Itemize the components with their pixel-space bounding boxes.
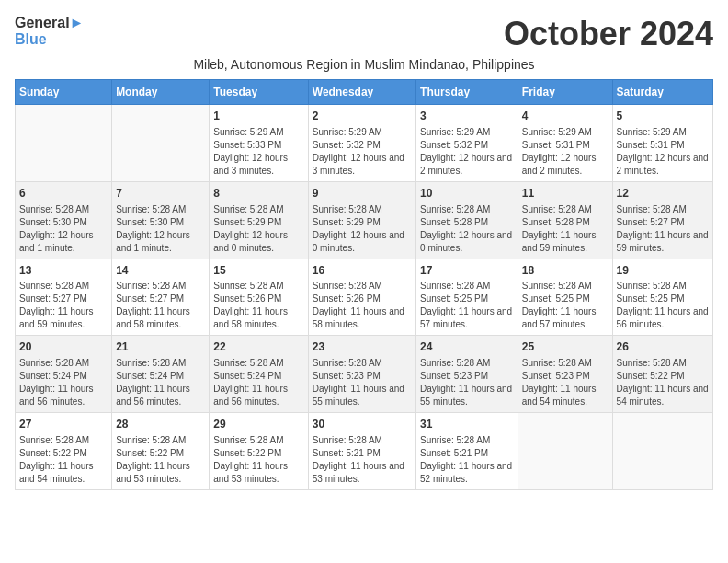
table-row (518, 413, 612, 490)
header-thursday: Thursday (416, 80, 518, 105)
day-number: 23 (313, 339, 412, 355)
day-info: Sunrise: 5:28 AM Sunset: 5:28 PM Dayligh… (420, 203, 514, 255)
table-row: 4Sunrise: 5:29 AM Sunset: 5:31 PM Daylig… (518, 105, 612, 182)
day-info: Sunrise: 5:28 AM Sunset: 5:26 PM Dayligh… (313, 280, 412, 331)
day-number: 27 (19, 417, 108, 432)
day-info: Sunrise: 5:29 AM Sunset: 5:31 PM Dayligh… (617, 126, 709, 178)
table-row: 29Sunrise: 5:28 AM Sunset: 5:22 PM Dayli… (210, 413, 308, 490)
header-friday: Friday (518, 80, 612, 105)
day-number: 2 (313, 109, 412, 124)
table-row: 8Sunrise: 5:28 AM Sunset: 5:29 PM Daylig… (210, 181, 308, 259)
day-info: Sunrise: 5:28 AM Sunset: 5:30 PM Dayligh… (19, 203, 108, 255)
table-row: 19Sunrise: 5:28 AM Sunset: 5:25 PM Dayli… (612, 259, 712, 336)
table-row: 9Sunrise: 5:28 AM Sunset: 5:29 PM Daylig… (308, 181, 415, 259)
day-number: 13 (19, 263, 108, 279)
table-row (612, 413, 712, 490)
day-number: 24 (420, 339, 514, 355)
day-number: 26 (617, 339, 709, 355)
day-info: Sunrise: 5:28 AM Sunset: 5:21 PM Dayligh… (313, 434, 412, 486)
day-info: Sunrise: 5:28 AM Sunset: 5:26 PM Dayligh… (213, 280, 303, 331)
day-info: Sunrise: 5:28 AM Sunset: 5:25 PM Dayligh… (617, 280, 709, 331)
header-saturday: Saturday (612, 80, 712, 105)
table-row: 20Sunrise: 5:28 AM Sunset: 5:24 PM Dayli… (16, 336, 112, 413)
page-header: General► Blue October 2024 (15, 15, 713, 53)
table-row: 5Sunrise: 5:29 AM Sunset: 5:31 PM Daylig… (612, 105, 712, 182)
day-number: 29 (213, 417, 303, 432)
table-row: 13Sunrise: 5:28 AM Sunset: 5:27 PM Dayli… (16, 259, 112, 336)
header-tuesday: Tuesday (210, 80, 308, 105)
header-monday: Monday (112, 80, 210, 105)
calendar-week-row: 27Sunrise: 5:28 AM Sunset: 5:22 PM Dayli… (16, 413, 713, 490)
day-number: 4 (522, 109, 609, 124)
calendar-week-row: 20Sunrise: 5:28 AM Sunset: 5:24 PM Dayli… (16, 336, 713, 413)
table-row: 22Sunrise: 5:28 AM Sunset: 5:24 PM Dayli… (210, 336, 308, 413)
table-row: 25Sunrise: 5:28 AM Sunset: 5:23 PM Dayli… (518, 336, 612, 413)
day-info: Sunrise: 5:29 AM Sunset: 5:32 PM Dayligh… (313, 126, 412, 178)
day-number: 21 (116, 339, 205, 355)
table-row: 31Sunrise: 5:28 AM Sunset: 5:21 PM Dayli… (416, 413, 518, 490)
logo-text: General► (15, 15, 84, 31)
calendar-week-row: 1Sunrise: 5:29 AM Sunset: 5:33 PM Daylig… (16, 105, 713, 182)
table-row: 27Sunrise: 5:28 AM Sunset: 5:22 PM Dayli… (16, 413, 112, 490)
day-info: Sunrise: 5:28 AM Sunset: 5:23 PM Dayligh… (420, 357, 514, 408)
day-number: 14 (116, 263, 205, 279)
table-row (16, 105, 112, 182)
day-info: Sunrise: 5:28 AM Sunset: 5:23 PM Dayligh… (313, 357, 412, 408)
day-number: 31 (420, 417, 514, 432)
table-row: 23Sunrise: 5:28 AM Sunset: 5:23 PM Dayli… (308, 336, 415, 413)
table-row: 21Sunrise: 5:28 AM Sunset: 5:24 PM Dayli… (112, 336, 210, 413)
day-number: 25 (522, 339, 609, 355)
day-info: Sunrise: 5:28 AM Sunset: 5:24 PM Dayligh… (213, 357, 303, 408)
day-number: 12 (617, 186, 709, 201)
table-row: 15Sunrise: 5:28 AM Sunset: 5:26 PM Dayli… (210, 259, 308, 336)
day-number: 17 (420, 263, 514, 279)
table-row: 11Sunrise: 5:28 AM Sunset: 5:28 PM Dayli… (518, 181, 612, 259)
calendar-header-row: Sunday Monday Tuesday Wednesday Thursday… (16, 80, 713, 105)
calendar-table: Sunday Monday Tuesday Wednesday Thursday… (15, 79, 713, 490)
day-info: Sunrise: 5:28 AM Sunset: 5:22 PM Dayligh… (19, 434, 108, 486)
day-info: Sunrise: 5:29 AM Sunset: 5:31 PM Dayligh… (522, 126, 609, 178)
day-number: 20 (19, 339, 108, 355)
table-row: 2Sunrise: 5:29 AM Sunset: 5:32 PM Daylig… (308, 105, 415, 182)
day-number: 28 (116, 417, 205, 432)
day-info: Sunrise: 5:29 AM Sunset: 5:33 PM Dayligh… (213, 126, 303, 178)
day-number: 22 (213, 339, 303, 355)
day-number: 6 (19, 186, 108, 201)
day-info: Sunrise: 5:28 AM Sunset: 5:27 PM Dayligh… (617, 203, 709, 255)
day-info: Sunrise: 5:28 AM Sunset: 5:22 PM Dayligh… (213, 434, 303, 486)
day-number: 16 (313, 263, 412, 279)
day-info: Sunrise: 5:28 AM Sunset: 5:29 PM Dayligh… (313, 203, 412, 255)
day-number: 8 (213, 186, 303, 201)
day-info: Sunrise: 5:28 AM Sunset: 5:25 PM Dayligh… (420, 280, 514, 331)
day-info: Sunrise: 5:28 AM Sunset: 5:24 PM Dayligh… (116, 357, 205, 408)
day-number: 10 (420, 186, 514, 201)
day-info: Sunrise: 5:28 AM Sunset: 5:25 PM Dayligh… (522, 280, 609, 331)
header-sunday: Sunday (16, 80, 112, 105)
day-info: Sunrise: 5:28 AM Sunset: 5:27 PM Dayligh… (116, 280, 205, 331)
day-info: Sunrise: 5:29 AM Sunset: 5:32 PM Dayligh… (420, 126, 514, 178)
day-info: Sunrise: 5:28 AM Sunset: 5:29 PM Dayligh… (213, 203, 303, 255)
table-row: 3Sunrise: 5:29 AM Sunset: 5:32 PM Daylig… (416, 105, 518, 182)
table-row: 7Sunrise: 5:28 AM Sunset: 5:30 PM Daylig… (112, 181, 210, 259)
table-row: 26Sunrise: 5:28 AM Sunset: 5:22 PM Dayli… (612, 336, 712, 413)
day-number: 3 (420, 109, 514, 124)
table-row: 24Sunrise: 5:28 AM Sunset: 5:23 PM Dayli… (416, 336, 518, 413)
day-number: 5 (617, 109, 709, 124)
day-info: Sunrise: 5:28 AM Sunset: 5:22 PM Dayligh… (617, 357, 709, 408)
day-info: Sunrise: 5:28 AM Sunset: 5:22 PM Dayligh… (116, 434, 205, 486)
day-info: Sunrise: 5:28 AM Sunset: 5:23 PM Dayligh… (522, 357, 609, 408)
day-info: Sunrise: 5:28 AM Sunset: 5:27 PM Dayligh… (19, 280, 108, 331)
table-row: 6Sunrise: 5:28 AM Sunset: 5:30 PM Daylig… (16, 181, 112, 259)
table-row: 18Sunrise: 5:28 AM Sunset: 5:25 PM Dayli… (518, 259, 612, 336)
day-number: 7 (116, 186, 205, 201)
calendar-week-row: 6Sunrise: 5:28 AM Sunset: 5:30 PM Daylig… (16, 181, 713, 259)
day-number: 30 (313, 417, 412, 432)
day-number: 15 (213, 263, 303, 279)
day-number: 18 (522, 263, 609, 279)
logo: General► Blue (15, 15, 84, 47)
day-number: 9 (313, 186, 412, 201)
header-wednesday: Wednesday (308, 80, 415, 105)
calendar-subtitle: Mileb, Autonomous Region in Muslim Minda… (15, 57, 713, 72)
month-title: October 2024 (504, 15, 713, 53)
table-row (112, 105, 210, 182)
